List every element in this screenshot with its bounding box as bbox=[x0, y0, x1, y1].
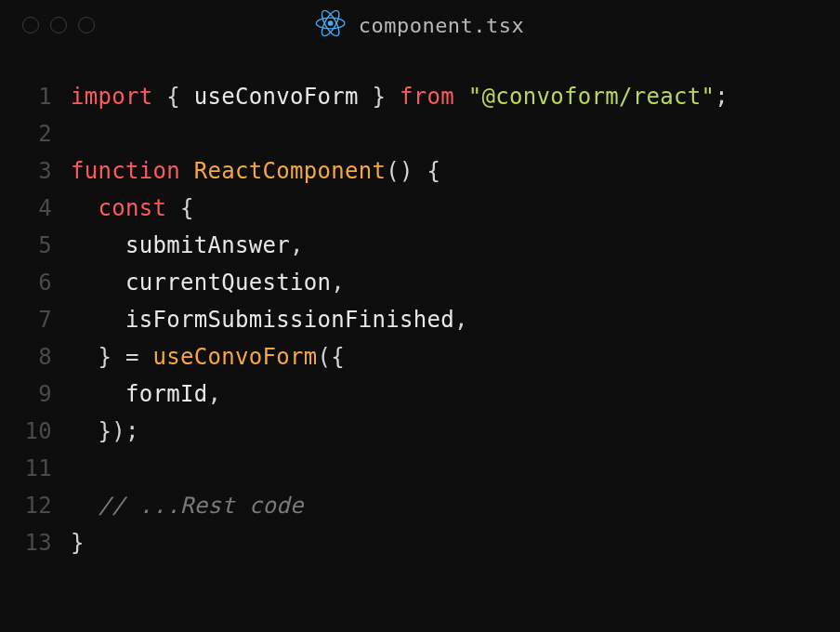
line-number: 8 bbox=[0, 344, 71, 370]
code-content: isFormSubmissionFinished, bbox=[71, 307, 468, 333]
code-line: 4 const { bbox=[0, 195, 840, 232]
line-number: 5 bbox=[0, 232, 71, 258]
line-number: 3 bbox=[0, 158, 71, 184]
react-icon bbox=[316, 8, 346, 42]
line-number: 7 bbox=[0, 307, 71, 333]
maximize-window-button[interactable] bbox=[78, 17, 95, 33]
code-line: 2 bbox=[0, 121, 840, 158]
line-number: 2 bbox=[0, 121, 71, 147]
code-line: 9 formId, bbox=[0, 381, 840, 418]
line-number: 4 bbox=[0, 195, 71, 221]
filename-label: component.tsx bbox=[359, 14, 525, 37]
code-line: 7 isFormSubmissionFinished, bbox=[0, 307, 840, 344]
code-content: const { bbox=[71, 195, 194, 221]
code-line: 5 submitAnswer, bbox=[0, 232, 840, 270]
line-number: 12 bbox=[0, 493, 71, 519]
code-content: currentQuestion, bbox=[71, 270, 345, 296]
traffic-lights bbox=[22, 17, 95, 33]
line-number: 9 bbox=[0, 381, 71, 407]
code-content: }); bbox=[71, 418, 139, 444]
code-content: function ReactComponent() { bbox=[71, 158, 440, 184]
titlebar: component.tsx bbox=[0, 0, 840, 46]
svg-point-0 bbox=[328, 20, 334, 26]
code-line: 13 } bbox=[0, 530, 840, 567]
code-line: 3 function ReactComponent() { bbox=[0, 158, 840, 195]
line-number: 10 bbox=[0, 418, 71, 444]
code-content: submitAnswer, bbox=[71, 232, 304, 258]
active-tab[interactable]: component.tsx bbox=[316, 8, 525, 42]
code-content: } = useConvoForm({ bbox=[71, 344, 345, 370]
code-content: } bbox=[71, 530, 85, 556]
line-number: 6 bbox=[0, 270, 71, 296]
minimize-window-button[interactable] bbox=[50, 17, 67, 33]
code-content: formId, bbox=[71, 381, 221, 407]
code-editor[interactable]: 1 import { useConvoForm } from "@convofo… bbox=[0, 46, 840, 567]
close-window-button[interactable] bbox=[22, 17, 39, 33]
code-content: import { useConvoForm } from "@convoform… bbox=[71, 84, 728, 110]
code-line: 12 // ...Rest code bbox=[0, 493, 840, 530]
code-line: 1 import { useConvoForm } from "@convofo… bbox=[0, 84, 840, 121]
line-number: 11 bbox=[0, 455, 71, 481]
code-line: 10 }); bbox=[0, 418, 840, 455]
line-number: 13 bbox=[0, 530, 71, 556]
code-line: 6 currentQuestion, bbox=[0, 270, 840, 307]
line-number: 1 bbox=[0, 84, 71, 110]
code-line: 8 } = useConvoForm({ bbox=[0, 344, 840, 381]
code-content: // ...Rest code bbox=[71, 493, 304, 519]
code-line: 11 bbox=[0, 455, 840, 493]
